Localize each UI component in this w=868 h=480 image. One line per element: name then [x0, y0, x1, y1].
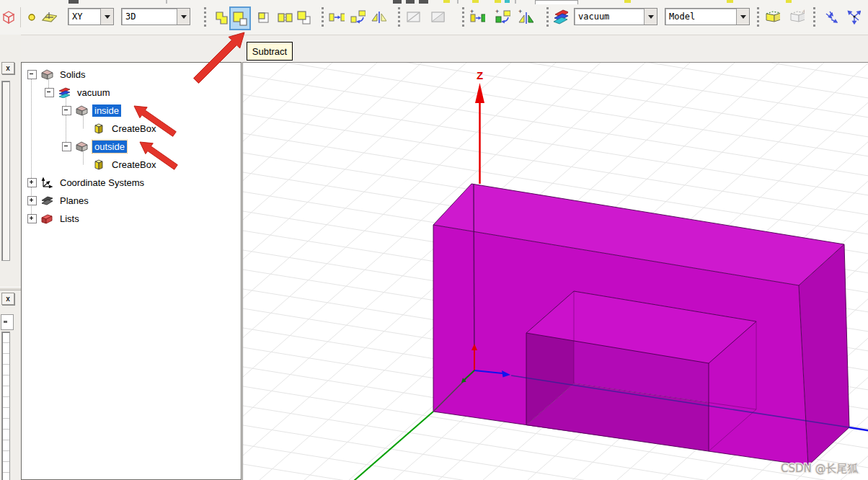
- model-select[interactable]: Model: [665, 8, 750, 25]
- duplicate-around-axis-button[interactable]: +: [495, 9, 510, 25]
- clipped-toolbar-icon: [505, 0, 510, 3]
- z-axis-label: Z: [477, 69, 483, 81]
- toolbar-grip[interactable]: [462, 7, 464, 27]
- collapse-icon[interactable]: [62, 142, 71, 151]
- close-project-panel-button[interactable]: x: [1, 62, 14, 74]
- plane-select[interactable]: XY: [68, 8, 114, 25]
- svg-text:+: +: [518, 8, 522, 15]
- collapse-icon[interactable]: [27, 70, 37, 79]
- material-select-value: vacuum: [575, 12, 644, 22]
- collapsed-properties-panel: [1, 332, 10, 480]
- clipped-combo-edge: [535, 0, 578, 4]
- tree-item-label[interactable]: Solids: [58, 68, 87, 81]
- subtract-button[interactable]: [229, 6, 251, 30]
- toolbar-grip[interactable]: [398, 7, 400, 27]
- plane-select-dropdown-button[interactable]: [100, 9, 113, 25]
- wireframe-cube-icon[interactable]: [1, 9, 17, 25]
- create-box-icon: [92, 159, 106, 170]
- toolbar-grip[interactable]: [204, 7, 206, 27]
- clipped-separator: [166, 0, 167, 4]
- material-dropdown-button[interactable]: [644, 9, 657, 25]
- unite-button[interactable]: [213, 10, 229, 26]
- plane-select-value: XY: [68, 12, 100, 22]
- clipped-toolbar-icon: [406, 0, 415, 4]
- duplicate-mirror-button[interactable]: +: [518, 9, 533, 25]
- chevron-down-icon: [648, 15, 654, 19]
- toolbar-grip[interactable]: [546, 7, 549, 27]
- collapse-icon[interactable]: [62, 106, 71, 115]
- tree-item-planes[interactable]: Planes: [22, 192, 91, 210]
- collapsed-properties-header: [1, 314, 14, 330]
- move-button[interactable]: [329, 9, 345, 25]
- tree-item-vacuum[interactable]: vacuum: [22, 84, 112, 102]
- intersect-button[interactable]: [256, 10, 272, 26]
- clipped-separator: [515, 0, 516, 4]
- mirror-button[interactable]: [371, 9, 386, 25]
- material-select[interactable]: vacuum: [574, 8, 657, 25]
- hfss-modeler-window: XY 3D: [0, 0, 868, 480]
- x-axis-line: [849, 427, 868, 431]
- open-region-button[interactable]: [764, 9, 780, 25]
- tree-item-label-selected[interactable]: inside: [92, 105, 121, 117]
- separate-bodies-button[interactable]: [296, 10, 312, 26]
- planes-icon: [40, 195, 54, 206]
- expand-icon[interactable]: [27, 178, 37, 187]
- draw-plane-icon[interactable]: [41, 9, 57, 25]
- tree-item-createbox[interactable]: CreateBox: [22, 156, 158, 174]
- tree-item-label-selected[interactable]: outside: [92, 141, 127, 153]
- draw-point-icon[interactable]: [25, 9, 41, 25]
- material-stack-icon: [58, 87, 71, 98]
- tree-item-label[interactable]: CreateBox: [110, 123, 158, 135]
- view-mode-select[interactable]: 3D: [121, 8, 190, 25]
- clipped-toolbar-icon: [419, 0, 428, 4]
- close-properties-panel-button[interactable]: x: [1, 293, 14, 305]
- model-dropdown-button[interactable]: [736, 9, 749, 25]
- rotate-button[interactable]: [350, 9, 366, 25]
- subtract-tooltip: Subtract: [247, 42, 293, 61]
- tree-item-solids[interactable]: Solids: [22, 66, 87, 84]
- tree-item-lists[interactable]: Lists: [22, 210, 81, 228]
- tree-item-inside[interactable]: inside: [22, 102, 121, 120]
- solid-box-icon: [75, 105, 89, 116]
- collapse-icon[interactable]: [45, 88, 54, 97]
- toolbar-separator: [20, 7, 21, 27]
- tree-item-label[interactable]: Coordinate Systems: [58, 177, 146, 189]
- view-mode-dropdown-button[interactable]: [177, 9, 190, 25]
- uncover-faces-button-disabled: [430, 9, 446, 25]
- toolbar-grip[interactable]: [813, 7, 815, 27]
- split-button[interactable]: [277, 10, 293, 26]
- collapsed-project-panel: [1, 81, 10, 261]
- clipped-toolbar-icon: [786, 0, 792, 3]
- tree-item-label[interactable]: Planes: [58, 195, 91, 207]
- tree-item-outside[interactable]: outside: [22, 138, 127, 156]
- dock-divider[interactable]: [0, 287, 21, 290]
- main-toolbar: XY 3D: [0, 0, 868, 35]
- tree-item-coordinate-systems[interactable]: Coordinate Systems: [22, 174, 146, 192]
- toolbar-grip[interactable]: [322, 7, 324, 27]
- tree-item-createbox[interactable]: CreateBox: [22, 120, 158, 138]
- scatter-arrows-icon[interactable]: [822, 9, 838, 25]
- create-box-icon: [92, 123, 106, 134]
- clipped-separator: [457, 0, 459, 4]
- toolbar-grip[interactable]: [757, 7, 759, 27]
- clipped-toolbar-icon: [68, 0, 79, 4]
- lists-icon: [40, 213, 54, 224]
- duplicate-along-line-button[interactable]: +: [469, 9, 485, 25]
- chevron-down-icon: [740, 15, 746, 19]
- 3d-scene: Z CSDN @长尾狐: [243, 63, 868, 480]
- clipped-toolbar-icon: [727, 0, 733, 3]
- clipped-toolbar-icon: [443, 0, 450, 3]
- expand-arrows-icon[interactable]: [845, 9, 861, 25]
- tree-item-label[interactable]: Lists: [58, 213, 81, 225]
- watermark: CSDN @长尾狐: [781, 462, 859, 475]
- tree-item-label[interactable]: CreateBox: [110, 159, 158, 171]
- coordinate-systems-icon: [40, 177, 54, 188]
- expand-icon[interactable]: [27, 196, 37, 205]
- material-layers-icon[interactable]: [552, 9, 568, 25]
- clipped-toolbar-icon: [495, 0, 501, 3]
- tree-item-label[interactable]: vacuum: [75, 86, 112, 99]
- expand-icon[interactable]: [27, 214, 37, 223]
- chevron-down-icon: [105, 15, 110, 19]
- 3d-viewport[interactable]: Z CSDN @长尾狐: [242, 62, 868, 480]
- y-axis-line: [354, 412, 433, 480]
